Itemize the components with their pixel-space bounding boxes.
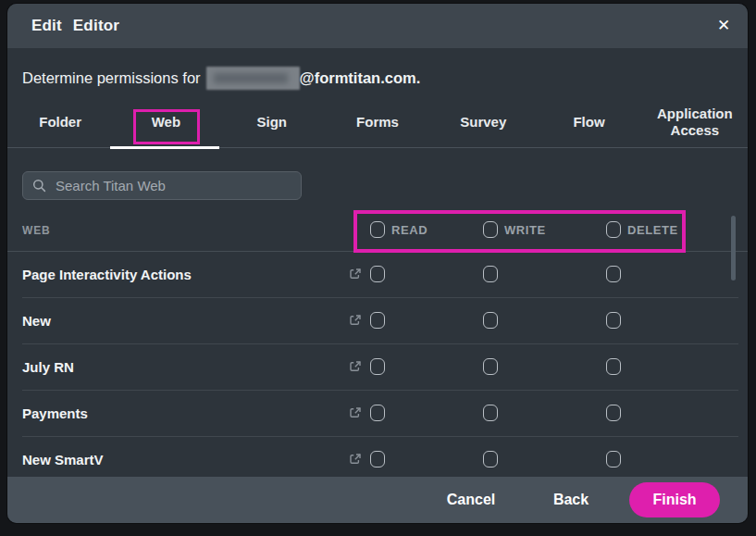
cancel-button[interactable]: Cancel: [435, 477, 507, 523]
read-checkbox[interactable]: [370, 451, 385, 467]
column-label: WRITE: [504, 223, 546, 237]
description-domain: @formtitan.com.: [300, 69, 421, 87]
edit-editor-dialog: Edit Editor ✕ Determine permissions for …: [7, 4, 748, 523]
row-name: Page Interactivity Actions: [22, 252, 192, 297]
read-checkbox[interactable]: [370, 266, 385, 282]
close-icon[interactable]: ✕: [713, 16, 734, 36]
table-row: Page Interactivity Actions: [22, 252, 738, 298]
read-checkbox[interactable]: [370, 312, 385, 329]
row-name: July RN: [22, 344, 74, 390]
write-checkbox[interactable]: [483, 312, 498, 329]
redacted-email: [206, 67, 300, 90]
dialog-header: Edit Editor ✕: [7, 4, 748, 48]
column-header-delete: DELETE: [606, 221, 678, 238]
row-name: Payments: [22, 391, 88, 436]
external-link-icon[interactable]: [349, 406, 362, 419]
tab-survey[interactable]: Survey: [430, 96, 536, 147]
column-label: READ: [391, 223, 428, 237]
tab-web[interactable]: Web: [113, 96, 218, 147]
column-header-read: READ: [370, 221, 428, 238]
write-checkbox[interactable]: [483, 266, 498, 282]
external-link-icon[interactable]: [349, 360, 362, 373]
search-box[interactable]: [22, 171, 302, 200]
delete-checkbox[interactable]: [606, 405, 621, 421]
table-row: July RN: [22, 344, 738, 391]
external-link-icon[interactable]: [349, 268, 362, 280]
tab-bar: FolderWebSignFormsSurveyFlowApplication …: [7, 96, 748, 148]
description-prefix: Determine permissions for: [22, 69, 201, 87]
write-checkbox[interactable]: [483, 405, 498, 421]
row-name: New: [22, 298, 51, 343]
tab-sign[interactable]: Sign: [219, 96, 325, 147]
delete-checkbox[interactable]: [606, 312, 621, 329]
finish-button[interactable]: Finish: [629, 482, 720, 517]
table-group-header: WEB: [22, 224, 50, 237]
table-row: Payments: [22, 391, 738, 437]
scrollbar-thumb[interactable]: [731, 216, 736, 280]
search-input[interactable]: [54, 177, 291, 194]
external-link-icon[interactable]: [349, 453, 362, 466]
row-name: New SmartV: [22, 437, 104, 482]
delete-checkbox[interactable]: [606, 451, 621, 467]
table-row: New: [22, 298, 738, 344]
table-header: WEB READWRITEDELETE: [7, 211, 748, 252]
write-checkbox[interactable]: [483, 358, 498, 375]
delete-checkbox[interactable]: [606, 358, 621, 375]
dialog-title: Edit Editor: [31, 17, 119, 35]
back-button[interactable]: Back: [542, 477, 600, 523]
write-checkbox[interactable]: [483, 451, 498, 467]
permissions-description: Determine permissions for @formtitan.com…: [22, 63, 725, 93]
tab-forms[interactable]: Forms: [325, 96, 430, 147]
select-all-read-checkbox[interactable]: [370, 221, 385, 238]
select-all-delete-checkbox[interactable]: [606, 221, 621, 238]
search-icon: [32, 179, 46, 193]
tab-flow[interactable]: Flow: [536, 96, 641, 147]
read-checkbox[interactable]: [370, 358, 385, 375]
read-checkbox[interactable]: [370, 405, 385, 421]
tab-application-access[interactable]: Application Access: [642, 96, 748, 147]
column-label: DELETE: [627, 223, 678, 237]
permissions-table: Page Interactivity ActionsNewJuly RNPaym…: [7, 252, 748, 483]
column-header-write: WRITE: [483, 221, 546, 238]
select-all-write-checkbox[interactable]: [483, 221, 498, 238]
tab-folder[interactable]: Folder: [7, 96, 113, 147]
dialog-footer: Cancel Back Finish: [7, 477, 748, 523]
external-link-icon[interactable]: [349, 314, 362, 327]
delete-checkbox[interactable]: [606, 266, 621, 282]
